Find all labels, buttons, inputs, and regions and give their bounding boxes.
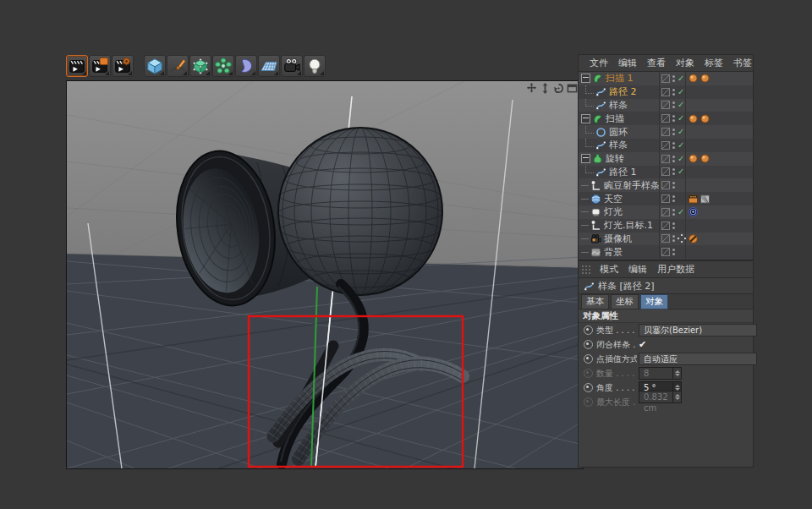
layer-square-toggle[interactable] bbox=[661, 114, 670, 123]
toggle-view-icon[interactable] bbox=[567, 83, 578, 94]
visibility-dots[interactable] bbox=[672, 156, 676, 162]
sphere-tag[interactable] bbox=[688, 153, 699, 164]
visibility-dots[interactable] bbox=[672, 182, 676, 189]
tab-对象[interactable]: 对象 bbox=[640, 294, 668, 309]
layer-square-toggle[interactable] bbox=[661, 181, 670, 189]
object-label[interactable]: 扫描 bbox=[606, 112, 624, 125]
protection-tag[interactable] bbox=[688, 233, 699, 244]
enable-check-icon[interactable]: ✓ bbox=[678, 208, 686, 216]
generators-button[interactable] bbox=[212, 55, 234, 77]
expand-toggle[interactable] bbox=[581, 154, 590, 163]
stepper-arrows[interactable] bbox=[672, 391, 681, 402]
object-row[interactable]: 路径 2✓ bbox=[579, 85, 753, 99]
panel-grip-icon[interactable] bbox=[581, 265, 591, 275]
visibility-dots[interactable] bbox=[672, 129, 676, 135]
spinner-数量[interactable]: 8 bbox=[639, 367, 682, 380]
enable-check-icon[interactable]: ✓ bbox=[678, 141, 686, 150]
animation-dot-icon[interactable] bbox=[584, 326, 593, 335]
pan-icon[interactable] bbox=[526, 83, 537, 94]
layer-square-toggle[interactable] bbox=[661, 155, 670, 163]
edit-render-settings-button[interactable] bbox=[112, 55, 134, 77]
layer-square-toggle[interactable] bbox=[661, 101, 670, 109]
object-manager-menu-item[interactable]: 标签 bbox=[700, 57, 728, 69]
sphere-tag[interactable] bbox=[700, 113, 710, 124]
layer-square-toggle[interactable] bbox=[661, 128, 670, 136]
environment-floor-button[interactable] bbox=[258, 55, 280, 77]
object-label[interactable]: 路径 1 bbox=[609, 166, 637, 178]
tab-基本[interactable]: 基本 bbox=[581, 294, 609, 309]
object-label[interactable]: 圆环 bbox=[609, 126, 628, 139]
checkbox-闭合样条[interactable]: ✔ bbox=[639, 339, 646, 350]
object-row[interactable]: 样条✓ bbox=[579, 139, 753, 152]
object-manager-menu-item[interactable]: 书签 bbox=[728, 57, 757, 69]
dropdown-类型[interactable]: 贝塞尔(Bezier) bbox=[639, 324, 757, 337]
sphere-tag[interactable] bbox=[700, 73, 710, 84]
texture-tag[interactable] bbox=[700, 194, 710, 205]
layer-square-toggle[interactable] bbox=[661, 167, 670, 176]
object-row[interactable]: 背景 bbox=[579, 245, 753, 259]
enable-check-icon[interactable]: ✓ bbox=[678, 128, 686, 136]
visibility-dots[interactable] bbox=[672, 115, 676, 122]
perspective-viewport[interactable] bbox=[66, 80, 584, 469]
attribute-manager-menu-item[interactable]: 用户数据 bbox=[652, 263, 700, 276]
visibility-dots[interactable] bbox=[672, 222, 676, 229]
render-view-button[interactable] bbox=[66, 55, 88, 77]
object-row[interactable]: 摄像机 bbox=[579, 233, 753, 246]
object-manager-menu-item[interactable]: 文件 bbox=[584, 57, 613, 69]
object-row[interactable]: 圆环✓ bbox=[579, 125, 753, 139]
add-cube-primitive-button[interactable] bbox=[144, 55, 166, 77]
layer-square-toggle[interactable] bbox=[661, 74, 670, 83]
object-row[interactable]: 灯光✓ bbox=[579, 205, 753, 219]
animation-dot-icon[interactable] bbox=[584, 340, 593, 349]
expand-toggle[interactable] bbox=[581, 74, 590, 83]
expand-toggle[interactable] bbox=[581, 114, 590, 123]
deformers-button[interactable] bbox=[235, 55, 257, 77]
enable-check-icon[interactable]: ✓ bbox=[678, 101, 686, 109]
layer-square-toggle[interactable] bbox=[661, 222, 670, 230]
camera-button[interactable] bbox=[281, 55, 303, 77]
visibility-dots[interactable] bbox=[672, 249, 676, 255]
subdivision-surface-button[interactable] bbox=[189, 55, 211, 77]
attribute-manager-menu-item[interactable]: 编辑 bbox=[623, 263, 652, 276]
layer-square-toggle[interactable] bbox=[661, 194, 670, 203]
animation-dot-icon[interactable] bbox=[584, 369, 593, 378]
visibility-dots[interactable] bbox=[672, 89, 676, 96]
object-row[interactable]: 旋转✓ bbox=[579, 152, 753, 166]
object-row[interactable]: 灯光.目标.1 bbox=[579, 219, 753, 233]
enable-check-icon[interactable]: ✓ bbox=[678, 114, 686, 123]
visibility-dots[interactable] bbox=[672, 142, 676, 149]
crosshair-icon[interactable] bbox=[678, 234, 686, 243]
object-manager-menu-item[interactable]: 查看 bbox=[642, 57, 671, 69]
object-label[interactable]: 灯光.目标.1 bbox=[604, 219, 653, 232]
sphere-tag[interactable] bbox=[688, 73, 699, 84]
object-label[interactable]: 样条 bbox=[609, 139, 628, 151]
layer-square-toggle[interactable] bbox=[661, 88, 670, 96]
target-tag[interactable] bbox=[688, 206, 699, 217]
layer-square-toggle[interactable] bbox=[661, 234, 670, 243]
rotate-icon[interactable] bbox=[553, 83, 564, 94]
object-row[interactable]: 天空 bbox=[579, 192, 753, 205]
layer-square-toggle[interactable] bbox=[661, 141, 670, 150]
object-row[interactable]: 豌豆射手样条线 bbox=[579, 178, 753, 192]
animation-dot-icon[interactable] bbox=[584, 383, 593, 392]
lights-button[interactable] bbox=[304, 55, 326, 77]
object-manager-menu-item[interactable]: 编辑 bbox=[613, 57, 642, 69]
object-label[interactable]: 背景 bbox=[604, 246, 623, 259]
object-label[interactable]: 旋转 bbox=[606, 152, 624, 165]
render-to-picture-viewer-button[interactable] bbox=[89, 55, 111, 77]
tab-坐标[interactable]: 坐标 bbox=[611, 294, 639, 309]
layer-square-toggle[interactable] bbox=[661, 248, 670, 256]
animation-dot-icon[interactable] bbox=[584, 397, 593, 407]
spline-pen-button[interactable] bbox=[167, 55, 189, 77]
object-row[interactable]: 扫描 1✓ bbox=[579, 72, 753, 85]
object-label[interactable]: 豌豆射手样条线 bbox=[604, 179, 659, 192]
attribute-manager-menu-item[interactable]: 模式 bbox=[595, 263, 623, 276]
compositing-tag[interactable] bbox=[688, 194, 699, 205]
object-row[interactable]: 样条✓ bbox=[579, 99, 753, 112]
object-row[interactable]: 扫描✓ bbox=[579, 112, 753, 125]
enable-check-icon[interactable]: ✓ bbox=[678, 74, 686, 83]
enable-check-icon[interactable]: ✓ bbox=[678, 155, 686, 163]
visibility-dots[interactable] bbox=[672, 235, 676, 242]
layer-square-toggle[interactable] bbox=[661, 208, 670, 216]
object-manager-menu-item[interactable]: 对象 bbox=[671, 57, 700, 69]
